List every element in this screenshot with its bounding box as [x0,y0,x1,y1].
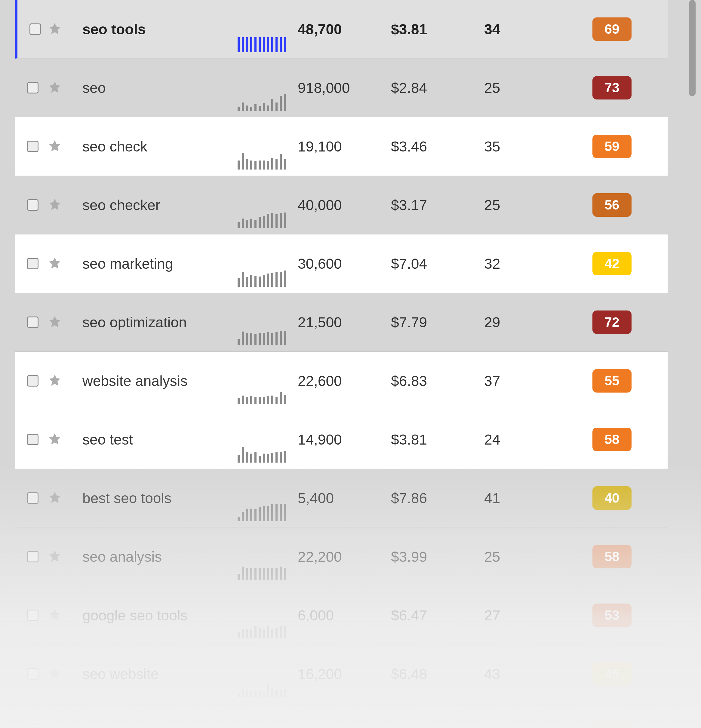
table-row[interactable]: seo analysis22,200$3.992558 [15,527,668,586]
row-checkbox[interactable] [27,727,39,728]
kd-badge: 55 [592,369,631,393]
star-icon[interactable] [48,725,61,728]
cpc-value: $7.79 [391,314,484,331]
trend-sparkline [238,269,286,287]
star-icon[interactable] [48,608,61,621]
star-icon[interactable] [48,198,61,211]
trend-sparkline [238,679,286,697]
table-row[interactable]: seo test14,900$3.812458 [15,410,668,469]
competition-value: 34 [484,21,553,38]
cpc-value: $7.86 [391,490,484,507]
star-icon[interactable] [48,374,61,387]
kd-badge: 59 [592,135,631,158]
competition-value: 37 [484,373,553,389]
keyword-text[interactable]: seo website [81,666,238,682]
keyword-text[interactable]: website analysis [81,373,238,389]
row-checkbox[interactable] [27,551,39,562]
scrollbar-thumb[interactable] [689,0,695,96]
star-icon[interactable] [48,22,61,35]
row-checkbox[interactable] [27,668,39,680]
kd-badge: 72 [592,311,631,334]
trend-sparkline [238,34,286,52]
cpc-value: $3.81 [391,21,484,38]
cpc-value: $3.17 [391,197,484,214]
cpc-value: $2.84 [391,79,484,96]
star-icon[interactable] [48,667,61,680]
competition-value: 27 [484,607,553,624]
keyword-text[interactable]: seo checker [81,197,238,214]
kd-badge: 58 [592,428,631,451]
star-icon[interactable] [48,256,61,270]
star-icon[interactable] [48,315,61,328]
competition-value: 41 [484,490,553,507]
row-checkbox[interactable] [27,258,39,269]
keyword-text[interactable]: seo optimization [81,314,238,331]
competition-value: 24 [484,431,553,448]
star-icon[interactable] [48,81,61,94]
keyword-text[interactable]: seo check [81,138,238,155]
trend-sparkline [238,93,286,111]
keyword-table: seo tools48,700$3.813469seo918,000$2.842… [15,0,668,728]
table-row[interactable]: website analysis22,600$6.833755 [15,352,668,410]
table-row[interactable]: seo report6,800$7.292954 [15,703,668,728]
volume-value: 30,600 [298,256,391,272]
star-icon[interactable] [48,139,61,152]
trend-sparkline [238,445,286,462]
kd-badge: 45 [592,662,631,686]
table-row[interactable]: seo check19,100$3.463559 [15,117,668,176]
row-checkbox[interactable] [29,23,41,35]
keyword-text[interactable]: seo [81,79,238,96]
volume-value: 5,400 [298,490,391,507]
star-icon[interactable] [48,432,61,445]
table-row[interactable]: google seo tools6,000$6.472753 [15,586,668,645]
trend-sparkline [238,327,286,345]
competition-value: 43 [484,666,553,682]
table-row[interactable]: seo optimization21,500$7.792972 [15,293,668,352]
volume-value: 19,100 [298,138,391,155]
competition-value: 35 [484,138,553,155]
row-checkbox[interactable] [27,82,39,94]
table-row[interactable]: seo marketing30,600$7.043242 [15,234,668,293]
kd-badge: 40 [592,486,631,510]
table-row[interactable]: seo website16,200$6.484345 [15,645,668,703]
keyword-text[interactable]: seo report [81,724,238,728]
volume-value: 6,800 [298,724,391,728]
row-checkbox[interactable] [27,434,39,445]
star-icon[interactable] [48,549,61,563]
row-checkbox[interactable] [27,375,39,387]
keyword-text[interactable]: best seo tools [81,490,238,507]
keyword-text[interactable]: seo test [81,431,238,448]
volume-value: 22,200 [298,549,391,565]
table-row[interactable]: seo tools48,700$3.813469 [15,0,668,59]
competition-value: 25 [484,549,553,565]
trend-sparkline [238,503,286,521]
table-row[interactable]: best seo tools5,400$7.864140 [15,469,668,527]
row-checkbox[interactable] [27,610,39,621]
row-checkbox[interactable] [27,493,39,504]
keyword-text[interactable]: seo analysis [81,549,238,565]
volume-value: 16,200 [298,666,391,682]
volume-value: 40,000 [298,197,391,214]
volume-value: 22,600 [298,373,391,389]
kd-badge: 56 [592,193,631,217]
table-row[interactable]: seo918,000$2.842573 [15,59,668,117]
keyword-text[interactable]: google seo tools [81,607,238,624]
row-checkbox[interactable] [27,199,39,211]
keyword-text[interactable]: seo tools [81,21,238,38]
cpc-value: $7.04 [391,256,484,272]
cpc-value: $6.83 [391,373,484,389]
volume-value: 14,900 [298,431,391,448]
row-checkbox[interactable] [27,316,39,328]
star-icon[interactable] [48,491,61,504]
kd-badge: 73 [592,76,631,100]
keyword-text[interactable]: seo marketing [81,256,238,272]
table-row[interactable]: seo checker40,000$3.172556 [15,176,668,234]
volume-value: 21,500 [298,314,391,331]
competition-value: 25 [484,79,553,96]
cpc-value: $6.48 [391,666,484,682]
row-checkbox[interactable] [27,141,39,152]
competition-value: 29 [484,724,553,728]
trend-sparkline [238,386,286,404]
cpc-value: $3.46 [391,138,484,155]
kd-badge: 69 [592,17,631,41]
